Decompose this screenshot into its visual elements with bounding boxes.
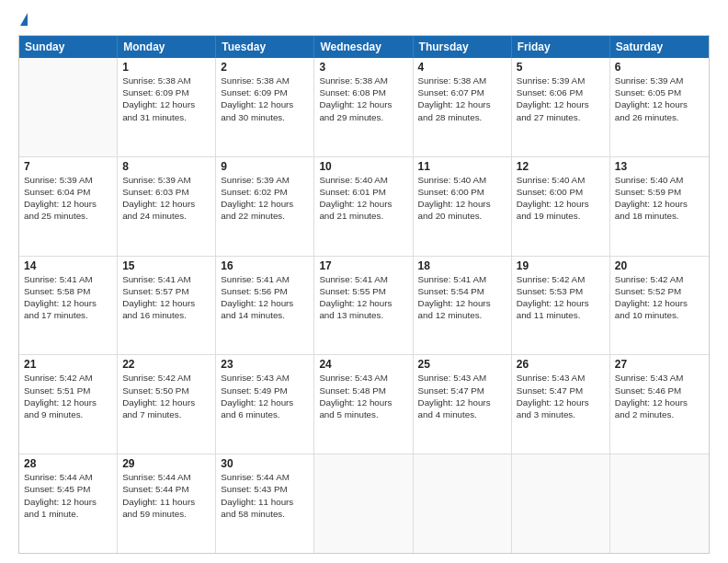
day-number: 25 bbox=[418, 358, 506, 371]
cell-info: Sunrise: 5:39 AM Sunset: 6:04 PM Dayligh… bbox=[24, 174, 112, 223]
cell-info: Sunrise: 5:39 AM Sunset: 6:02 PM Dayligh… bbox=[221, 174, 309, 223]
calendar-header: SundayMondayTuesdayWednesdayThursdayFrid… bbox=[19, 36, 709, 58]
cell-info: Sunrise: 5:39 AM Sunset: 6:06 PM Dayligh… bbox=[517, 75, 605, 123]
day-number: 12 bbox=[517, 160, 605, 173]
logo-triangle-icon bbox=[20, 13, 28, 26]
cell-info: Sunrise: 5:38 AM Sunset: 6:08 PM Dayligh… bbox=[319, 75, 407, 123]
calendar-cell: 7Sunrise: 5:39 AM Sunset: 6:04 PM Daylig… bbox=[19, 157, 118, 256]
day-number: 4 bbox=[418, 61, 506, 74]
calendar-cell: 6Sunrise: 5:39 AM Sunset: 6:05 PM Daylig… bbox=[610, 58, 709, 156]
day-of-week-wednesday: Wednesday bbox=[314, 36, 413, 58]
calendar-cell: 22Sunrise: 5:42 AM Sunset: 5:50 PM Dayli… bbox=[118, 355, 216, 454]
cell-info: Sunrise: 5:41 AM Sunset: 5:58 PM Dayligh… bbox=[24, 273, 112, 322]
calendar-cell: 3Sunrise: 5:38 AM Sunset: 6:08 PM Daylig… bbox=[314, 58, 413, 156]
calendar-cell: 16Sunrise: 5:41 AM Sunset: 5:56 PM Dayli… bbox=[216, 257, 314, 355]
cell-info: Sunrise: 5:44 AM Sunset: 5:43 PM Dayligh… bbox=[221, 471, 309, 520]
cell-info: Sunrise: 5:41 AM Sunset: 5:55 PM Dayligh… bbox=[319, 273, 407, 322]
day-number: 21 bbox=[24, 358, 112, 371]
cell-info: Sunrise: 5:43 AM Sunset: 5:46 PM Dayligh… bbox=[615, 372, 704, 420]
calendar-cell bbox=[19, 58, 118, 156]
calendar-cell bbox=[314, 454, 413, 553]
day-number: 29 bbox=[122, 457, 210, 470]
day-number: 19 bbox=[517, 259, 605, 272]
calendar-row-1: 7Sunrise: 5:39 AM Sunset: 6:04 PM Daylig… bbox=[19, 157, 709, 257]
calendar-row-0: 1Sunrise: 5:38 AM Sunset: 6:09 PM Daylig… bbox=[19, 58, 709, 157]
calendar-cell: 25Sunrise: 5:43 AM Sunset: 5:47 PM Dayli… bbox=[414, 355, 512, 454]
cell-info: Sunrise: 5:43 AM Sunset: 5:47 PM Dayligh… bbox=[418, 372, 506, 420]
day-of-week-sunday: Sunday bbox=[19, 36, 118, 58]
cell-info: Sunrise: 5:42 AM Sunset: 5:52 PM Dayligh… bbox=[615, 273, 704, 322]
day-number: 28 bbox=[24, 457, 112, 470]
cell-info: Sunrise: 5:38 AM Sunset: 6:09 PM Dayligh… bbox=[122, 75, 210, 123]
day-number: 24 bbox=[319, 358, 407, 371]
day-number: 6 bbox=[615, 61, 704, 74]
day-number: 30 bbox=[221, 457, 309, 470]
calendar-cell: 15Sunrise: 5:41 AM Sunset: 5:57 PM Dayli… bbox=[118, 257, 216, 355]
day-number: 17 bbox=[319, 259, 407, 272]
calendar-cell: 30Sunrise: 5:44 AM Sunset: 5:43 PM Dayli… bbox=[216, 454, 314, 553]
day-number: 13 bbox=[615, 160, 704, 173]
cell-info: Sunrise: 5:41 AM Sunset: 5:56 PM Dayligh… bbox=[221, 273, 309, 322]
calendar-cell: 17Sunrise: 5:41 AM Sunset: 5:55 PM Dayli… bbox=[314, 257, 413, 355]
day-of-week-monday: Monday bbox=[118, 36, 216, 58]
calendar-cell: 26Sunrise: 5:43 AM Sunset: 5:47 PM Dayli… bbox=[512, 355, 610, 454]
calendar-row-2: 14Sunrise: 5:41 AM Sunset: 5:58 PM Dayli… bbox=[19, 257, 709, 356]
cell-info: Sunrise: 5:43 AM Sunset: 5:49 PM Dayligh… bbox=[221, 372, 309, 420]
calendar-cell: 18Sunrise: 5:41 AM Sunset: 5:54 PM Dayli… bbox=[414, 257, 512, 355]
day-number: 3 bbox=[319, 61, 407, 74]
cell-info: Sunrise: 5:43 AM Sunset: 5:48 PM Dayligh… bbox=[319, 372, 407, 420]
day-of-week-tuesday: Tuesday bbox=[216, 36, 314, 58]
cell-info: Sunrise: 5:39 AM Sunset: 6:03 PM Dayligh… bbox=[122, 174, 210, 223]
day-of-week-thursday: Thursday bbox=[414, 36, 512, 58]
day-of-week-saturday: Saturday bbox=[610, 36, 709, 58]
cell-info: Sunrise: 5:40 AM Sunset: 6:00 PM Dayligh… bbox=[517, 174, 605, 223]
day-number: 20 bbox=[615, 259, 704, 272]
day-number: 8 bbox=[122, 160, 210, 173]
calendar-cell: 8Sunrise: 5:39 AM Sunset: 6:03 PM Daylig… bbox=[118, 157, 216, 256]
calendar-body: 1Sunrise: 5:38 AM Sunset: 6:09 PM Daylig… bbox=[19, 58, 709, 553]
day-number: 14 bbox=[24, 259, 112, 272]
day-of-week-friday: Friday bbox=[512, 36, 610, 58]
calendar-cell: 12Sunrise: 5:40 AM Sunset: 6:00 PM Dayli… bbox=[512, 157, 610, 256]
calendar-cell: 10Sunrise: 5:40 AM Sunset: 6:01 PM Dayli… bbox=[314, 157, 413, 256]
calendar-cell: 14Sunrise: 5:41 AM Sunset: 5:58 PM Dayli… bbox=[19, 257, 118, 355]
day-number: 1 bbox=[122, 61, 210, 74]
cell-info: Sunrise: 5:44 AM Sunset: 5:44 PM Dayligh… bbox=[122, 471, 210, 520]
cell-info: Sunrise: 5:42 AM Sunset: 5:51 PM Dayligh… bbox=[24, 372, 112, 420]
day-number: 23 bbox=[221, 358, 309, 371]
calendar-cell: 24Sunrise: 5:43 AM Sunset: 5:48 PM Dayli… bbox=[314, 355, 413, 454]
calendar-cell: 20Sunrise: 5:42 AM Sunset: 5:52 PM Dayli… bbox=[610, 257, 709, 355]
cell-info: Sunrise: 5:41 AM Sunset: 5:57 PM Dayligh… bbox=[122, 273, 210, 322]
day-number: 5 bbox=[517, 61, 605, 74]
day-number: 7 bbox=[24, 160, 112, 173]
cell-info: Sunrise: 5:39 AM Sunset: 6:05 PM Dayligh… bbox=[615, 75, 704, 123]
cell-info: Sunrise: 5:42 AM Sunset: 5:53 PM Dayligh… bbox=[517, 273, 605, 322]
day-number: 18 bbox=[418, 259, 506, 272]
calendar-cell: 21Sunrise: 5:42 AM Sunset: 5:51 PM Dayli… bbox=[19, 355, 118, 454]
logo bbox=[18, 17, 28, 26]
cell-info: Sunrise: 5:44 AM Sunset: 5:45 PM Dayligh… bbox=[24, 471, 112, 520]
calendar-cell: 13Sunrise: 5:40 AM Sunset: 5:59 PM Dayli… bbox=[610, 157, 709, 256]
calendar-cell: 11Sunrise: 5:40 AM Sunset: 6:00 PM Dayli… bbox=[414, 157, 512, 256]
calendar-cell: 27Sunrise: 5:43 AM Sunset: 5:46 PM Dayli… bbox=[610, 355, 709, 454]
day-number: 2 bbox=[221, 61, 309, 74]
day-number: 22 bbox=[122, 358, 210, 371]
calendar-cell: 2Sunrise: 5:38 AM Sunset: 6:09 PM Daylig… bbox=[216, 58, 314, 156]
day-number: 26 bbox=[517, 358, 605, 371]
calendar-cell: 9Sunrise: 5:39 AM Sunset: 6:02 PM Daylig… bbox=[216, 157, 314, 256]
cell-info: Sunrise: 5:41 AM Sunset: 5:54 PM Dayligh… bbox=[418, 273, 506, 322]
cell-info: Sunrise: 5:43 AM Sunset: 5:47 PM Dayligh… bbox=[517, 372, 605, 420]
cell-info: Sunrise: 5:40 AM Sunset: 6:00 PM Dayligh… bbox=[418, 174, 506, 223]
calendar-cell bbox=[610, 454, 709, 553]
calendar-cell: 29Sunrise: 5:44 AM Sunset: 5:44 PM Dayli… bbox=[118, 454, 216, 553]
calendar-cell: 1Sunrise: 5:38 AM Sunset: 6:09 PM Daylig… bbox=[118, 58, 216, 156]
day-number: 11 bbox=[418, 160, 506, 173]
day-number: 27 bbox=[615, 358, 704, 371]
calendar-cell: 23Sunrise: 5:43 AM Sunset: 5:49 PM Dayli… bbox=[216, 355, 314, 454]
cell-info: Sunrise: 5:38 AM Sunset: 6:09 PM Dayligh… bbox=[221, 75, 309, 123]
calendar-cell: 4Sunrise: 5:38 AM Sunset: 6:07 PM Daylig… bbox=[414, 58, 512, 156]
calendar-cell bbox=[414, 454, 512, 553]
day-number: 15 bbox=[122, 259, 210, 272]
day-number: 16 bbox=[221, 259, 309, 272]
cell-info: Sunrise: 5:40 AM Sunset: 5:59 PM Dayligh… bbox=[615, 174, 704, 223]
